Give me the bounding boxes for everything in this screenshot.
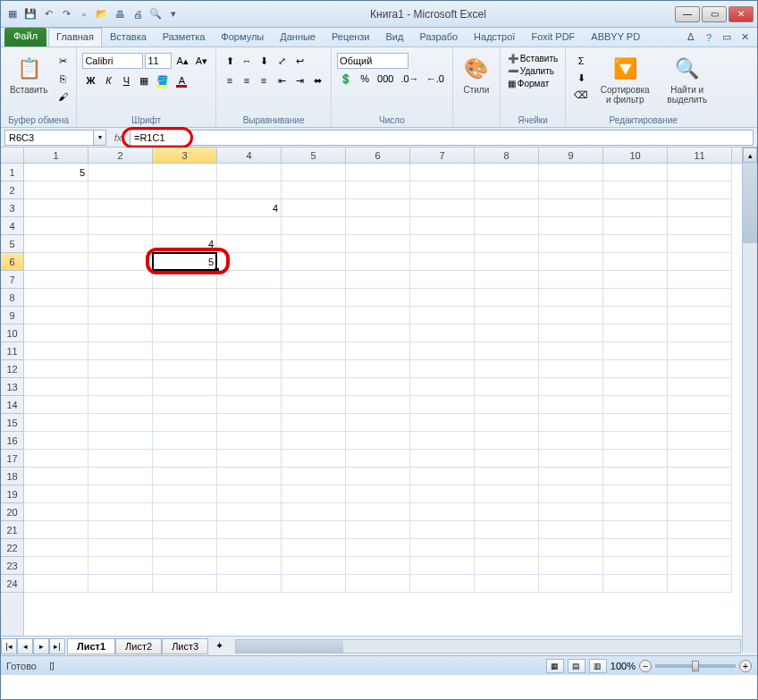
cell[interactable]: 4: [217, 199, 282, 217]
font-size-select[interactable]: [145, 53, 172, 69]
cell[interactable]: [24, 325, 88, 342]
cell[interactable]: [668, 396, 732, 414]
cell[interactable]: [668, 414, 732, 432]
maximize-button[interactable]: ▭: [702, 6, 727, 22]
cell[interactable]: 5: [153, 253, 217, 271]
normal-view-icon[interactable]: ▦: [546, 659, 564, 673]
cell[interactable]: [217, 468, 282, 485]
cell[interactable]: [153, 450, 217, 468]
clear-icon[interactable]: ⌫: [571, 87, 591, 103]
tab-developer[interactable]: Разрабо: [411, 28, 466, 46]
cells-area[interactable]: 5445: [24, 164, 757, 636]
font-color-button[interactable]: A: [173, 72, 190, 89]
row-header[interactable]: 21: [1, 521, 23, 539]
delete-cells-button[interactable]: ➖Удалить: [506, 65, 560, 77]
vscroll-thumb[interactable]: [743, 163, 757, 243]
cell[interactable]: [217, 360, 282, 378]
cell[interactable]: [217, 557, 282, 575]
cell[interactable]: [539, 342, 603, 360]
cell[interactable]: [217, 253, 282, 271]
row-header[interactable]: 7: [1, 271, 23, 289]
cell[interactable]: [24, 199, 88, 217]
row-header[interactable]: 10: [1, 325, 23, 342]
cell[interactable]: [346, 342, 410, 360]
cell[interactable]: [217, 396, 282, 414]
cell[interactable]: [217, 325, 282, 342]
cell[interactable]: [346, 164, 410, 181]
cell[interactable]: [88, 342, 153, 360]
cell[interactable]: [217, 539, 282, 557]
cell[interactable]: [346, 271, 410, 289]
cell[interactable]: [668, 575, 732, 593]
cell[interactable]: [346, 539, 410, 557]
cell[interactable]: [539, 378, 603, 396]
font-name-select[interactable]: [82, 53, 143, 69]
cell[interactable]: [539, 450, 603, 468]
cell[interactable]: [475, 325, 539, 342]
paste-button[interactable]: 📋 Вставить: [6, 53, 51, 97]
cell[interactable]: [24, 575, 88, 593]
row-header[interactable]: 18: [1, 468, 23, 485]
minimize-ribbon-icon[interactable]: ᐃ: [684, 30, 698, 45]
cell[interactable]: [88, 503, 153, 521]
print-icon[interactable]: 🖶: [112, 6, 128, 22]
cell[interactable]: [668, 539, 732, 557]
cell[interactable]: [346, 450, 410, 468]
cell[interactable]: [88, 575, 153, 593]
zoom-out-button[interactable]: −: [639, 660, 652, 672]
cell[interactable]: [539, 360, 603, 378]
cell[interactable]: [475, 557, 539, 575]
cell[interactable]: [346, 360, 410, 378]
cell[interactable]: [282, 325, 346, 342]
cell[interactable]: [410, 271, 475, 289]
sort-filter-button[interactable]: 🔽 Сортировка и фильтр: [594, 53, 655, 106]
zoom-slider[interactable]: [655, 664, 736, 668]
cell[interactable]: [668, 450, 732, 468]
cell[interactable]: [346, 503, 410, 521]
cell[interactable]: [668, 325, 732, 342]
col-header[interactable]: 4: [217, 148, 282, 163]
cell[interactable]: [217, 307, 282, 325]
cell[interactable]: [282, 217, 346, 235]
cell[interactable]: [346, 253, 410, 271]
cell[interactable]: [668, 557, 732, 575]
tab-addins[interactable]: Надстрої: [466, 28, 523, 46]
cell[interactable]: [153, 164, 217, 181]
cell[interactable]: [475, 164, 539, 181]
cell[interactable]: [282, 557, 346, 575]
cell[interactable]: [282, 181, 346, 199]
align-bottom-icon[interactable]: ⬇: [256, 53, 272, 69]
cell[interactable]: [603, 503, 668, 521]
cell[interactable]: [603, 164, 668, 181]
row-header[interactable]: 1: [1, 164, 23, 181]
cell[interactable]: [475, 342, 539, 360]
cell[interactable]: [88, 521, 153, 539]
col-header[interactable]: 2: [88, 148, 153, 163]
row-header[interactable]: 9: [1, 307, 23, 325]
row-header[interactable]: 22: [1, 539, 23, 557]
cell[interactable]: [346, 396, 410, 414]
cell[interactable]: [217, 414, 282, 432]
cell[interactable]: [410, 199, 475, 217]
sheet-last-icon[interactable]: ▸|: [49, 638, 65, 654]
tab-layout[interactable]: Разметка: [155, 28, 214, 46]
cell[interactable]: [282, 342, 346, 360]
cell[interactable]: [346, 199, 410, 217]
cell[interactable]: [282, 307, 346, 325]
cell[interactable]: [88, 289, 153, 307]
decrease-indent-icon[interactable]: ⇤: [274, 72, 290, 89]
row-header[interactable]: 20: [1, 503, 23, 521]
cell[interactable]: [410, 468, 475, 485]
cell[interactable]: [24, 432, 88, 450]
cell[interactable]: [603, 450, 668, 468]
cell[interactable]: [668, 468, 732, 485]
insert-cells-button[interactable]: ➕Вставить: [506, 53, 560, 64]
cell[interactable]: [282, 199, 346, 217]
shrink-font-icon[interactable]: A▾: [193, 53, 210, 69]
cell[interactable]: [346, 414, 410, 432]
cell[interactable]: [475, 217, 539, 235]
cell[interactable]: [603, 432, 668, 450]
cell[interactable]: [282, 378, 346, 396]
cell[interactable]: [475, 253, 539, 271]
cell[interactable]: [475, 432, 539, 450]
